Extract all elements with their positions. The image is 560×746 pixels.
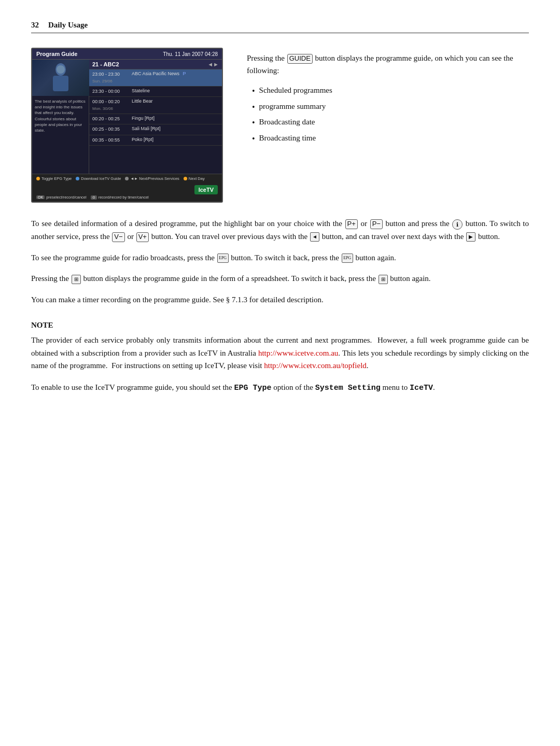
epg-prog-name: Stateline xyxy=(132,88,219,93)
epg-time-main: 00:20 - 00:25 xyxy=(92,116,129,123)
para2: To see the programme guide for radio bro… xyxy=(31,251,529,264)
epg-thumbnail-inner xyxy=(32,60,89,96)
para4: You can make a timer recording on the pr… xyxy=(31,293,529,306)
epg-footer-label: record/record by timer/cancel xyxy=(99,195,149,200)
page-number: 32 xyxy=(31,21,39,30)
epg-time-main: 00:00 - 00:20 xyxy=(92,98,129,106)
epg-program-item: 00:35 - 00:55 Poko [Rpt] xyxy=(89,135,222,146)
icetv-logo: IceTV xyxy=(194,185,218,194)
epg-description: The best analysis of politics and insigh… xyxy=(32,96,89,174)
epg-body: The best analysis of politics and insigh… xyxy=(32,60,222,174)
orange-dot-icon xyxy=(36,177,40,180)
epg-program-item: 00:00 - 00:20 Mon. 30/06 Little Bear xyxy=(89,97,222,114)
vminus-key: V− xyxy=(112,232,124,242)
person-silhouette-icon xyxy=(48,62,74,93)
pplus-key: P+ xyxy=(345,219,358,229)
para4-section: You can make a timer recording on the pr… xyxy=(31,293,529,306)
epg-footer-item: Toggle EPG Type xyxy=(36,176,72,181)
record-btn-indicator: ⊙ xyxy=(91,195,97,200)
para3-section: Pressing the ⊞ button displays the progr… xyxy=(31,272,529,285)
spreadsheet-back-btn: ⊞ xyxy=(379,275,388,284)
epg-screen: Program Guide Thu. 11 Jan 2007 04:28 xyxy=(31,48,223,203)
screenshot-area: Program Guide Thu. 11 Jan 2007 04:28 xyxy=(31,48,228,203)
epg-footer-item: Next Day xyxy=(184,176,205,181)
epg-radio-btn: EPG xyxy=(217,254,229,263)
epg-footer-item: OK preselect/record/cancel xyxy=(36,195,87,200)
blue-dot-icon xyxy=(76,177,79,180)
epg-channel-arrow: ◄► xyxy=(207,61,219,67)
epg-guide-title: Program Guide xyxy=(36,51,77,57)
system-setting-label: System Setting xyxy=(315,384,381,392)
epg-prog-name: Poko [Rpt] xyxy=(132,137,219,142)
epg-right-panel: 21 - ABC2 ◄► 23:00 - 23:30 Sun. 29/06 AB… xyxy=(89,60,222,174)
epg-time-block: 00:25 - 00:35 xyxy=(92,126,129,133)
epg-type-label: EPG Type xyxy=(234,384,272,392)
epg-header: Program Guide Thu. 11 Jan 2007 04:28 xyxy=(32,49,222,60)
bullet-time: Broadcasting time xyxy=(252,132,529,146)
epg-time-main: 00:25 - 00:35 xyxy=(92,126,129,133)
note-text: The provider of each service probably on… xyxy=(31,334,529,372)
epg-footer-label: Next Day xyxy=(189,176,205,181)
epg-footer: Toggle EPG Type Download IceTV Guide ◄► … xyxy=(32,174,222,202)
spreadsheet-btn: ⊞ xyxy=(72,275,81,284)
epg-time-block: 23:00 - 23:30 Sun. 29/06 xyxy=(92,71,129,85)
note-text2: To enable to use the IceTV programme gui… xyxy=(31,381,529,395)
page-header: 32 Daily Usage xyxy=(31,21,529,33)
page-title: Daily Usage xyxy=(48,21,88,30)
note-section: NOTE The provider of each service probab… xyxy=(31,319,529,395)
para1: To see detailed information of a desired… xyxy=(31,217,529,243)
info-btn: ℹ xyxy=(452,219,463,230)
svg-rect-1 xyxy=(53,76,68,91)
main-content: Program Guide Thu. 11 Jan 2007 04:28 xyxy=(31,48,529,203)
vplus-key: V+ xyxy=(136,232,149,242)
right-text-area: Pressing the GUIDE button displays the p… xyxy=(247,48,529,203)
epg-time-main: 23:30 - 00:00 xyxy=(92,88,129,95)
epg-datetime: Thu. 11 Jan 2007 04:28 xyxy=(163,51,218,57)
epg-channel-name: 21 - ABC2 xyxy=(92,61,119,67)
epg-thumbnail xyxy=(32,60,89,96)
epg-back-btn: EPG xyxy=(342,254,353,263)
bullet-summary: programme summary xyxy=(252,100,529,114)
svg-point-2 xyxy=(57,65,65,74)
epg-footer-label: ◄► Next/Previous Services xyxy=(130,176,179,181)
epg-prog-name: Fingu [Rpt] xyxy=(132,116,219,121)
epg-footer-label: preselect/record/cancel xyxy=(46,195,87,200)
link2[interactable]: http://www.icetv.com.au/topfield xyxy=(264,361,367,370)
epg-program-item: 23:00 - 23:30 Sun. 29/06 ABC Asia Pacifi… xyxy=(89,69,222,87)
para2-section: To see the programme guide for radio bro… xyxy=(31,251,529,264)
note-title: NOTE xyxy=(31,321,529,330)
epg-footer-item: Download IceTV Guide xyxy=(76,176,121,181)
link1[interactable]: http://www.icetve.com.au xyxy=(258,349,338,357)
epg-time-block: 00:20 - 00:25 xyxy=(92,116,129,123)
next-day-btn: ▶ xyxy=(466,232,475,242)
epg-time-date: Sun. 29/06 xyxy=(92,78,129,85)
orange-dot2-icon xyxy=(184,177,187,180)
pminus-key: P− xyxy=(370,219,383,229)
bullet-scheduled: Scheduled programmes xyxy=(252,84,529,98)
epg-time-main: 23:00 - 23:30 xyxy=(92,71,129,78)
epg-prog-name: ABC Asia Pacific News P xyxy=(132,71,219,76)
epg-program-item: 00:25 - 00:35 Sali Mali [Rpt] xyxy=(89,124,222,135)
intro-paragraph: Pressing the GUIDE button displays the p… xyxy=(247,52,529,77)
epg-left-panel: The best analysis of politics and insigh… xyxy=(32,60,89,174)
epg-time-date: Mon. 30/06 xyxy=(92,106,129,112)
prev-day-btn: ◄ xyxy=(310,232,319,242)
epg-time-block: 00:35 - 00:55 xyxy=(92,137,129,144)
epg-footer-label: Toggle EPG Type xyxy=(41,176,72,181)
para3: Pressing the ⊞ button displays the progr… xyxy=(31,272,529,285)
epg-prog-name: Sali Mali [Rpt] xyxy=(132,126,219,131)
grey-dot-icon xyxy=(125,177,129,180)
epg-program-list: 23:00 - 23:30 Sun. 29/06 ABC Asia Pacifi… xyxy=(89,69,222,174)
epg-footer-item: ◄► Next/Previous Services xyxy=(125,176,179,181)
prog-indicator: P xyxy=(183,71,186,76)
epg-time-block: 23:30 - 00:00 xyxy=(92,88,129,95)
epg-program-item: 00:20 - 00:25 Fingu [Rpt] xyxy=(89,114,222,125)
epg-footer-row2: OK preselect/record/cancel ⊙ record/reco… xyxy=(36,195,218,200)
epg-time-block: 00:00 - 00:20 Mon. 30/06 xyxy=(92,98,129,112)
icetv-option-label: IceTV xyxy=(410,384,433,392)
guide-key: GUIDE xyxy=(287,54,313,64)
bullet-date: Broadcasting date xyxy=(252,116,529,130)
epg-footer-item: ⊙ record/record by timer/cancel xyxy=(91,195,149,200)
ok-btn-indicator: OK xyxy=(36,195,45,199)
epg-footer-label: Download IceTV Guide xyxy=(81,176,121,181)
